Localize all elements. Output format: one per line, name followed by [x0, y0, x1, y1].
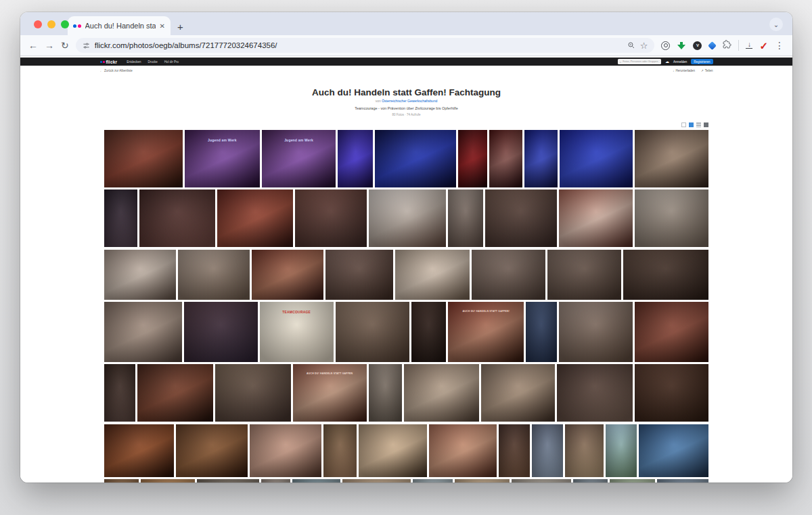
album-owner-link[interactable]: Österreichischer Gewerkschaftsbund: [382, 99, 437, 103]
photo-tile[interactable]: [411, 302, 447, 362]
photo-tile[interactable]: [472, 250, 545, 300]
photo-tile[interactable]: [526, 302, 557, 362]
tab-search-chevron-button[interactable]: ⌄: [769, 18, 783, 31]
photo-tile[interactable]: [336, 302, 409, 362]
photo-tile[interactable]: [104, 364, 135, 422]
photo-tile[interactable]: [197, 479, 260, 483]
photo-tile[interactable]: [178, 250, 250, 300]
photo-tile[interactable]: [104, 479, 139, 483]
flickr-logo[interactable]: flickr: [100, 60, 118, 64]
photo-tile[interactable]: [489, 130, 522, 187]
photo-tile[interactable]: [369, 364, 402, 422]
reload-button[interactable]: ↻: [61, 41, 69, 50]
photo-tile[interactable]: [104, 189, 137, 247]
photo-tile[interactable]: [524, 130, 558, 187]
downloads-icon[interactable]: ↓: [746, 42, 752, 49]
close-window-button[interactable]: [34, 20, 42, 28]
photo-tile[interactable]: AUCH DU! HANDELN STATT GAFFEN: [293, 364, 367, 422]
photo-tile[interactable]: [606, 424, 637, 477]
new-tab-button[interactable]: +: [177, 22, 183, 32]
photo-tile[interactable]: [559, 189, 633, 247]
photo-tile[interactable]: [184, 302, 258, 362]
photo-tile[interactable]: [252, 250, 323, 300]
photo-tile[interactable]: [325, 250, 393, 300]
photo-tile[interactable]: [250, 424, 321, 477]
zoom-page-icon[interactable]: [627, 41, 635, 49]
back-button[interactable]: ←: [28, 41, 38, 50]
photo-tile[interactable]: [559, 302, 633, 362]
view-list-button[interactable]: [696, 122, 701, 127]
download-album-button[interactable]: ↓ Herunterladen: [673, 69, 695, 72]
zoom-window-button[interactable]: [61, 20, 69, 28]
photo-tile[interactable]: [557, 364, 633, 422]
back-to-albums-link[interactable]: ← Zurück zur Albenliste: [100, 69, 133, 72]
photo-tile[interactable]: [104, 302, 182, 362]
photo-tile[interactable]: [375, 130, 457, 187]
photo-tile[interactable]: [342, 479, 411, 483]
target-extension-icon[interactable]: [661, 41, 670, 50]
photo-tile[interactable]: [455, 479, 509, 483]
photo-tile[interactable]: [532, 424, 563, 477]
browser-tab[interactable]: Auch du! Handeln statt Gaffe ✕: [68, 16, 171, 35]
photo-tile[interactable]: TEAMCOURAGE: [260, 302, 334, 362]
minimize-window-button[interactable]: [47, 20, 55, 28]
photo-tile[interactable]: [547, 250, 621, 300]
photo-tile[interactable]: [481, 364, 555, 422]
nav-pro[interactable]: Hol dir Pro: [164, 60, 179, 64]
tab-close-button[interactable]: ✕: [160, 22, 165, 30]
photo-tile[interactable]: [573, 479, 608, 483]
photo-tile[interactable]: [104, 424, 174, 477]
photo-tile[interactable]: [512, 479, 572, 483]
photo-tile[interactable]: Jugend am Werk: [262, 130, 336, 187]
photo-tile[interactable]: [458, 130, 487, 187]
photo-tile[interactable]: [369, 189, 447, 247]
photo-tile[interactable]: [639, 424, 708, 477]
photo-tile[interactable]: [323, 424, 357, 477]
photo-tile[interactable]: [104, 130, 183, 187]
view-justified-button[interactable]: [681, 122, 686, 127]
photo-tile[interactable]: [635, 189, 708, 247]
red-check-extension-icon[interactable]: ✓: [759, 41, 768, 51]
photo-tile[interactable]: [429, 424, 497, 477]
signin-link[interactable]: Anmelden: [673, 60, 687, 64]
nav-drucke[interactable]: Drucke: [148, 60, 158, 64]
photo-tile[interactable]: [338, 130, 373, 187]
tune-icon[interactable]: [83, 42, 90, 49]
forward-button[interactable]: →: [45, 41, 54, 50]
photo-tile[interactable]: [217, 189, 293, 247]
upload-cloud-icon[interactable]: ☁: [665, 60, 669, 64]
photo-tile[interactable]: [137, 364, 213, 422]
photo-tile[interactable]: [359, 424, 426, 477]
photo-tile[interactable]: [657, 479, 708, 483]
nav-entdecken[interactable]: Entdecken: [127, 60, 141, 64]
photo-tile[interactable]: [499, 424, 530, 477]
extensions-puzzle-icon[interactable]: [723, 39, 731, 51]
photo-tile[interactable]: [485, 189, 557, 247]
share-album-button[interactable]: ↗ Teilen: [701, 69, 713, 72]
photo-tile[interactable]: [413, 479, 453, 483]
photo-tile[interactable]: [139, 189, 215, 247]
vo-extension-icon[interactable]: V: [693, 41, 702, 50]
photo-tile[interactable]: [635, 364, 708, 422]
view-grid-button[interactable]: [704, 122, 708, 127]
view-square-button[interactable]: [689, 122, 694, 127]
photo-tile[interactable]: [404, 364, 480, 422]
photo-tile[interactable]: [448, 189, 483, 247]
photo-tile[interactable]: [261, 479, 290, 483]
photo-tile[interactable]: [560, 130, 633, 187]
photo-tile[interactable]: [635, 130, 708, 187]
url-text[interactable]: flickr.com/photos/oegb/albums/7217772032…: [95, 41, 623, 49]
bookmark-star-icon[interactable]: ☆: [640, 41, 648, 51]
photo-tile[interactable]: AUCH DU! HANDELN STATT GAFFEN!: [448, 302, 524, 362]
photo-tile[interactable]: [610, 479, 655, 483]
photo-tile[interactable]: [565, 424, 604, 477]
photo-tile[interactable]: [295, 189, 367, 247]
photo-tile[interactable]: [215, 364, 291, 422]
photo-tile[interactable]: [141, 479, 195, 483]
photo-tile[interactable]: Jugend am Werk: [185, 130, 261, 187]
photo-tile[interactable]: [292, 479, 341, 483]
blue-kite-extension-icon[interactable]: [708, 41, 717, 50]
browser-menu-icon[interactable]: ⋮: [775, 40, 784, 51]
url-bar[interactable]: flickr.com/photos/oegb/albums/7217772032…: [76, 38, 655, 53]
photo-tile[interactable]: [104, 250, 176, 300]
